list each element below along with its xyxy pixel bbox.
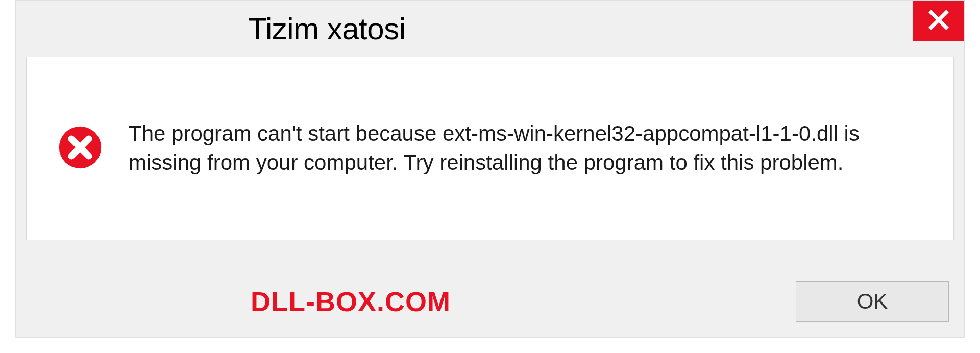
error-dialog: Tizim xatosi The program can't start bec… [15, 0, 965, 338]
content-panel: The program can't start because ext-ms-w… [26, 57, 954, 240]
close-icon [927, 9, 950, 33]
title-bar: Tizim xatosi [16, 1, 964, 57]
close-button[interactable] [913, 1, 964, 41]
error-icon [57, 124, 103, 172]
ok-button[interactable]: OK [796, 281, 949, 322]
ok-button-label: OK [857, 289, 888, 314]
dialog-title: Tizim xatosi [248, 11, 405, 46]
dialog-footer: DLL-BOX.COM OK [26, 276, 954, 327]
watermark-text: DLL-BOX.COM [26, 286, 451, 317]
error-message: The program can't start because ext-ms-w… [129, 119, 923, 177]
